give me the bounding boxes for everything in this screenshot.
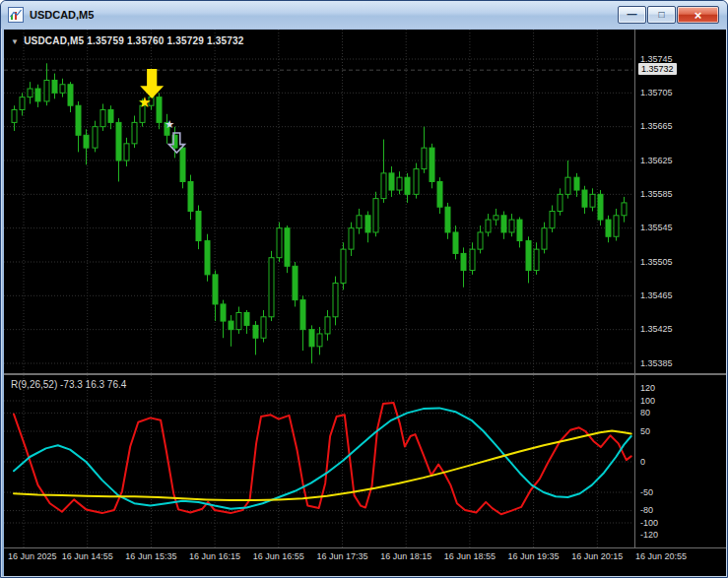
indicator-axis-label: -50 <box>640 487 653 497</box>
ohlc-text: USDCAD,M5 1.35759 1.35760 1.35729 1.3573… <box>24 35 243 46</box>
indicator-header: R(9,26,52) -73.3 16.3 76.4 <box>11 379 126 390</box>
price-axis-label: 1.35665 <box>640 121 673 131</box>
time-axis-label: 16 Jun 15:35 <box>125 551 176 561</box>
indicator-axis-label: 120 <box>640 383 655 393</box>
maximize-button[interactable]: □ <box>647 6 676 24</box>
price-axis-label: 1.35625 <box>640 156 673 165</box>
indicator-axis[interactable]: 12010080500-50-80-100-120 <box>635 375 726 547</box>
time-axis-label: 16 Jun 17:35 <box>316 551 367 561</box>
time-axis-label: 16 Jun 19:35 <box>508 551 560 561</box>
indicator-axis-label: -80 <box>640 505 653 515</box>
time-axis-label: 16 Jun 2025 <box>8 551 57 561</box>
signal-star-gray: ★ <box>165 118 174 131</box>
window-title: USDCAD,M5 <box>30 9 94 21</box>
indicator-axis-label: 100 <box>640 396 655 406</box>
price-axis-label: 1.35545 <box>640 223 673 232</box>
time-axis-label: 16 Jun 16:15 <box>189 551 240 561</box>
chart-client-area[interactable]: ★★ ▼USDCAD,M5 1.35759 1.35760 1.35729 1.… <box>4 30 726 576</box>
indicator-axis-label: 80 <box>640 408 650 417</box>
chart-window: USDCAD,M5 — □ × ★★ ▼USDCAD,M5 1.35759 1.… <box>0 0 728 578</box>
maximize-icon: □ <box>658 10 664 20</box>
price-axis-label: 1.35705 <box>640 88 673 97</box>
current-price-tag: 1.35732 <box>638 63 677 75</box>
time-axis-label: 16 Jun 20:15 <box>571 551 623 561</box>
window-controls: — □ × <box>618 6 719 24</box>
minimize-icon: — <box>628 10 637 20</box>
time-axis-label: 16 Jun 16:55 <box>253 551 304 561</box>
minimize-button[interactable]: — <box>618 6 646 24</box>
indicator-axis-label: -100 <box>640 518 658 528</box>
price-axis-label: 1.35505 <box>640 257 673 267</box>
one-click-collapse-icon[interactable]: ▼ <box>11 37 19 46</box>
indicator-axis-label: -120 <box>640 530 658 540</box>
indicator-axis-label: 50 <box>640 426 650 436</box>
chart-window-icon[interactable] <box>8 7 24 23</box>
time-axis-label: 16 Jun 18:55 <box>444 551 496 561</box>
title-bar[interactable]: USDCAD,M5 — □ × <box>1 1 727 29</box>
symbol-ohlc-header: ▼USDCAD,M5 1.35759 1.35760 1.35729 1.357… <box>11 35 243 46</box>
close-icon: × <box>695 9 702 22</box>
time-axis-label: 16 Jun 20:55 <box>635 551 687 561</box>
price-axis-label: 1.35745 <box>640 54 673 64</box>
price-axis-label: 1.35385 <box>640 358 673 368</box>
signal-star-yellow: ★ <box>138 94 151 111</box>
price-axis-label: 1.35425 <box>640 324 673 334</box>
time-axis-label: 16 Jun 18:15 <box>380 551 431 561</box>
price-axis[interactable]: 1.357451.357051.356651.356251.355851.355… <box>635 30 726 373</box>
time-axis[interactable]: 16 Jun 202516 Jun 14:5516 Jun 15:3516 Ju… <box>4 547 726 576</box>
indicator-axis-label: 0 <box>640 457 645 467</box>
close-button[interactable]: × <box>677 6 719 24</box>
price-axis-label: 1.35465 <box>640 290 673 300</box>
price-axis-label: 1.35585 <box>640 189 673 199</box>
chart-canvas[interactable]: ★★ <box>4 30 726 576</box>
time-axis-label: 16 Jun 14:55 <box>62 551 113 561</box>
pane-separator[interactable] <box>4 373 726 375</box>
